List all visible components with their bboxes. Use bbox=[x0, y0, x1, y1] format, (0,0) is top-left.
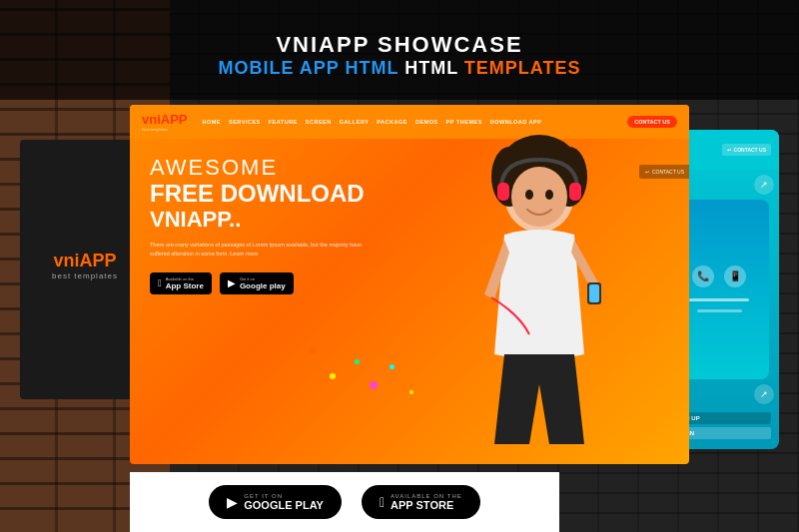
svg-point-8 bbox=[545, 190, 553, 200]
nav-gallery[interactable]: GALLERY bbox=[340, 119, 370, 125]
nav-logo: vniAPP best templates bbox=[142, 112, 188, 132]
phone-line-1 bbox=[689, 298, 749, 301]
nav-logo-sub: best templates bbox=[142, 127, 188, 132]
googleplay-name: Google play bbox=[240, 281, 286, 290]
bottom-googleplay-btn[interactable]: ▶ GET IT ON GOOGLE PLAY bbox=[209, 485, 342, 519]
bottom-dark-area: ▶ GET IT ON GOOGLE PLAY  AVAILABLE ON T… bbox=[0, 464, 799, 532]
subtitle-templates: TEMPLATES bbox=[464, 58, 581, 78]
person-silhouette bbox=[439, 105, 639, 444]
appstore-text: Available on the App Store bbox=[166, 276, 204, 290]
svg-point-6 bbox=[511, 167, 567, 227]
subtitle-mobile-app: MOBILE APP HTML bbox=[218, 58, 399, 78]
share-icon[interactable]: ↗ bbox=[754, 175, 774, 195]
appstore-btn[interactable]:  Available on the App Store bbox=[150, 272, 212, 294]
googleplay-text: Get it on Google play bbox=[240, 276, 286, 290]
phone-line-2 bbox=[697, 309, 742, 312]
hero-image bbox=[439, 105, 669, 464]
nav-package[interactable]: PACKAGE bbox=[377, 119, 407, 125]
svg-rect-10 bbox=[589, 284, 599, 302]
logo-vni: vni bbox=[53, 251, 79, 270]
bottom-appstore-big: APP STORE bbox=[391, 499, 462, 511]
bottom-googleplay-text: GET IT ON GOOGLE PLAY bbox=[244, 493, 324, 511]
phone-icon-1: 📞 bbox=[692, 266, 714, 287]
bottom-store-btns: ▶ GET IT ON GOOGLE PLAY  AVAILABLE ON T… bbox=[130, 472, 559, 532]
hero-free-download: FREE DOWNLOAD bbox=[150, 181, 409, 207]
contact-us-label: CONTACT US bbox=[652, 169, 684, 175]
nav-logo-app: APP bbox=[161, 112, 188, 127]
appstore-name: App Store bbox=[166, 281, 204, 290]
page-title: VNIAPP SHOWCASE bbox=[276, 32, 522, 58]
contact-arrow-icon: ↩ bbox=[645, 169, 649, 175]
bottom-appstore-text: AVAILABLE ON THE APP STORE bbox=[391, 493, 462, 511]
googleplay-icon: ▶ bbox=[228, 277, 236, 288]
sidebar-logo-sub: best templates bbox=[52, 271, 118, 280]
contact-us-badge[interactable]: ↩ CONTACT US bbox=[722, 144, 771, 156]
phone-icon-row: 📞 📱 bbox=[692, 266, 746, 287]
hero-vniapp: VNIAPP.. bbox=[150, 207, 409, 233]
svg-rect-4 bbox=[497, 183, 509, 201]
googleplay-btn[interactable]: ▶ Get it on Google play bbox=[220, 272, 294, 294]
hero-description: There are many variations of passages of… bbox=[150, 241, 370, 258]
dot-pink bbox=[370, 381, 378, 389]
phone-icon-2: 📱 bbox=[724, 266, 746, 287]
dot-yellow2 bbox=[409, 390, 413, 394]
nav-demos[interactable]: DEMOS bbox=[415, 119, 438, 125]
hero-awesome: AWESOME bbox=[150, 155, 409, 181]
nav-home[interactable]: HOME bbox=[203, 119, 222, 125]
sidebar-logo-text: vniAPP bbox=[52, 251, 118, 271]
share-icon2[interactable]: ↗ bbox=[754, 384, 774, 404]
page-header: VNIAPP SHOWCASE MOBILE APP HTML HTML TEM… bbox=[0, 0, 799, 100]
apple-icon:  bbox=[158, 277, 162, 288]
dot-yellow bbox=[330, 373, 336, 379]
dot-green bbox=[355, 359, 360, 364]
main-card: vniAPP best templates HOME SERVICES FEAT… bbox=[130, 105, 689, 464]
bottom-appstore-btn[interactable]:  AVAILABLE ON THE APP STORE bbox=[362, 485, 480, 519]
hero-content: AWESOME FREE DOWNLOAD VNIAPP.. There are… bbox=[150, 155, 409, 294]
bottom-googleplay-big: GOOGLE PLAY bbox=[244, 499, 324, 511]
svg-rect-5 bbox=[569, 183, 581, 201]
nav-screen[interactable]: SCREEN bbox=[306, 119, 332, 125]
page-subtitle: MOBILE APP HTML HTML TEMPLATES bbox=[218, 58, 580, 79]
contact-arrow-icon2: ↩ bbox=[727, 147, 731, 153]
svg-point-7 bbox=[525, 190, 533, 200]
nav-services[interactable]: SERVICES bbox=[229, 119, 261, 125]
contact-us-badge-label: CONTACT US bbox=[734, 147, 766, 153]
subtitle-html: HTML bbox=[404, 58, 464, 78]
logo-app: APP bbox=[80, 251, 117, 270]
store-buttons:  Available on the App Store ▶ Get it on… bbox=[150, 272, 409, 294]
bottom-googleplay-icon: ▶ bbox=[227, 494, 238, 510]
dot-cyan bbox=[390, 364, 395, 369]
bottom-apple-icon:  bbox=[380, 494, 385, 510]
sidebar-logo: vniAPP best templates bbox=[52, 251, 118, 280]
main-card-contact[interactable]: ↩ CONTACT US bbox=[639, 165, 689, 179]
dot-orange bbox=[310, 347, 317, 354]
nav-logo-vni: vni bbox=[142, 112, 161, 127]
nav-feature[interactable]: FEATURE bbox=[269, 119, 298, 125]
